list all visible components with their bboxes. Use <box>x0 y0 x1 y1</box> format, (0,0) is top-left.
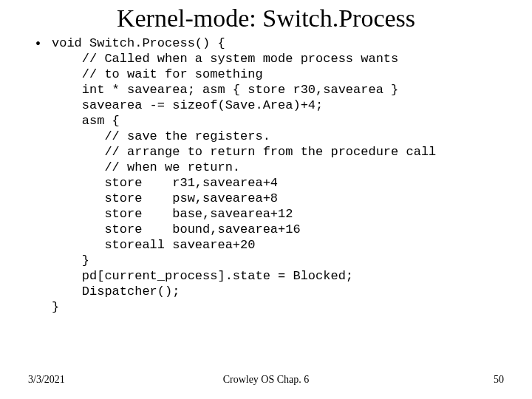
bullet-glyph: • <box>35 35 52 51</box>
slide: Kernel-mode: Switch.Process • void Switc… <box>0 0 532 399</box>
slide-title: Kernel-mode: Switch.Process <box>0 0 532 33</box>
slide-body: • void Switch.Process() { // Called when… <box>0 33 532 315</box>
code-block: void Switch.Process() { // Called when a… <box>52 35 436 315</box>
footer-center: Crowley OS Chap. 6 <box>0 374 532 386</box>
footer-page-number: 50 <box>494 374 504 386</box>
bullet-item: • void Switch.Process() { // Called when… <box>35 35 497 315</box>
